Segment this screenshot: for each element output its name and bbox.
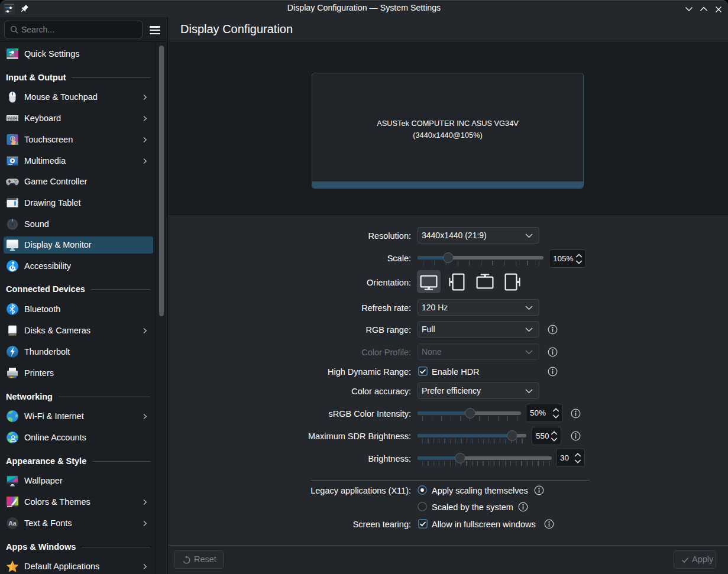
svg-text:Aa: Aa <box>8 520 17 527</box>
